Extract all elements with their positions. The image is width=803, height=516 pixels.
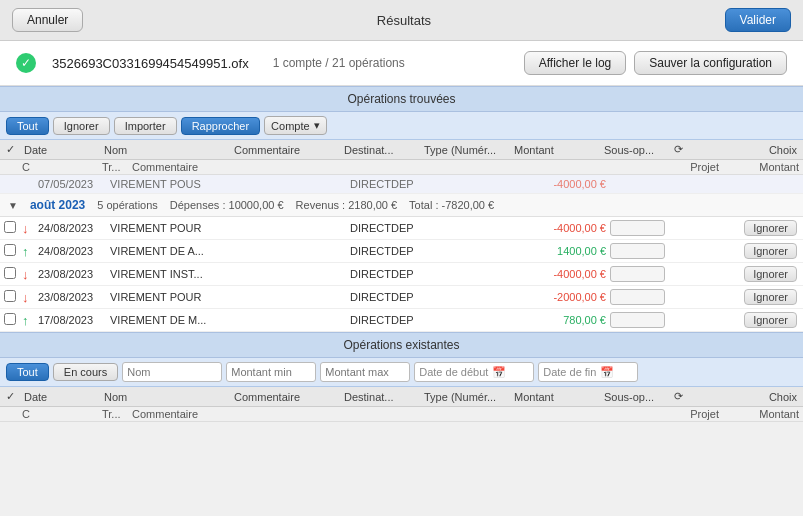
filter-compte-label: Compte	[271, 120, 310, 132]
ex-col-montant: Montant	[512, 390, 602, 404]
found-row: ↓ 23/08/2023 VIREMENT INST... DIRECTDEP …	[0, 263, 803, 286]
row-checkbox[interactable]	[4, 267, 22, 282]
existing-filter-tout-button[interactable]: Tout	[6, 363, 49, 381]
ignorer-button[interactable]: Ignorer	[744, 312, 797, 328]
row-checkbox[interactable]	[4, 244, 22, 259]
col-destinat: Destinat...	[342, 143, 422, 157]
ex-col-type: Type (Numér...	[422, 390, 512, 404]
date-debut-placeholder: Date de début	[419, 366, 488, 378]
sous-op-input[interactable]	[610, 289, 665, 305]
row-nom: VIREMENT DE A...	[108, 245, 238, 257]
found-operations-header: Opérations trouvées	[0, 86, 803, 112]
ex-sub-tr: Tr...	[102, 408, 132, 420]
ex-sub-montant: Montant	[719, 408, 799, 420]
row-checkbox[interactable]	[4, 290, 22, 305]
filter-tout-button[interactable]: Tout	[6, 117, 49, 135]
month-revenus: Revenus : 2180,00 €	[296, 199, 398, 211]
row-destinat: DIRECTDEP	[348, 291, 428, 303]
sous-op-input[interactable]	[610, 312, 665, 328]
ignorer-button[interactable]: Ignorer	[744, 289, 797, 305]
sous-op-input[interactable]	[610, 220, 665, 236]
found-row: ↓ 23/08/2023 VIREMENT POUR DIRECTDEP -20…	[0, 286, 803, 309]
row-date: 23/08/2023	[36, 268, 108, 280]
col-date: Date	[22, 143, 102, 157]
found-row: ↓ 24/08/2023 VIREMENT POUR DIRECTDEP -40…	[0, 217, 803, 240]
row-choix: Ignorer	[702, 243, 799, 259]
truncated-row: 07/05/2023 VIREMENT POUS DIRECTDEP -4000…	[0, 175, 803, 194]
ignorer-button[interactable]: Ignorer	[744, 220, 797, 236]
page-title: Résultats	[377, 13, 431, 28]
col-commentaire: Commentaire	[232, 143, 342, 157]
filter-ignorer-button[interactable]: Ignorer	[53, 117, 110, 135]
row-direction-icon: ↑	[22, 313, 36, 328]
row-sous-op	[608, 243, 678, 259]
row-destinat: DIRECTDEP	[348, 268, 428, 280]
row-choix: Ignorer	[702, 266, 799, 282]
top-bar: Annuler Résultats Valider	[0, 0, 803, 41]
row-sous-op	[608, 312, 678, 328]
cancel-button[interactable]: Annuler	[12, 8, 83, 32]
row-checkbox[interactable]	[4, 221, 22, 236]
col-sous-op: Sous-op...	[602, 143, 672, 157]
montant-min-input[interactable]	[226, 362, 316, 382]
date-fin-input[interactable]: Date de fin 📅	[538, 362, 638, 382]
ex-sub-commentaire: Commentaire	[132, 408, 629, 420]
row-direction-icon: ↓	[22, 267, 36, 282]
sub-commentaire: Commentaire	[132, 161, 629, 173]
col-type: Type (Numér...	[422, 143, 512, 157]
row-nom: VIREMENT POUR	[108, 291, 238, 303]
row-checkbox[interactable]	[4, 313, 22, 328]
found-sub-header: C Tr... Commentaire Projet Montant	[0, 160, 803, 175]
ex-sub-projet: Projet	[629, 408, 719, 420]
dropdown-arrow-icon: ▾	[314, 119, 320, 132]
filter-compte-dropdown[interactable]: Compte ▾	[264, 116, 327, 135]
show-log-button[interactable]: Afficher le log	[524, 51, 627, 75]
ex-col-project-icon: ⟳	[672, 389, 696, 404]
ex-col-commentaire: Commentaire	[232, 390, 342, 404]
nom-filter-input[interactable]	[122, 362, 222, 382]
ignorer-button[interactable]: Ignorer	[744, 266, 797, 282]
row-date: 24/08/2023	[36, 245, 108, 257]
sub-choix-montant: Montant	[719, 161, 799, 173]
row-date: 23/08/2023	[36, 291, 108, 303]
col-montant: Montant	[512, 143, 602, 157]
month-total: Total : -7820,00 €	[409, 199, 494, 211]
existing-filter-en-cours-button[interactable]: En cours	[53, 363, 118, 381]
row-date: 24/08/2023	[36, 222, 108, 234]
calendar-icon-fin: 📅	[600, 366, 614, 379]
save-config-button[interactable]: Sauver la configuration	[634, 51, 787, 75]
row-direction-icon: ↑	[22, 244, 36, 259]
row-date: 07/05/2023	[36, 178, 108, 190]
file-actions: Afficher le log Sauver la configuration	[524, 51, 787, 75]
existing-filter-bar: Tout En cours Date de début 📅 Date de fi…	[0, 358, 803, 387]
row-choix: Ignorer	[702, 289, 799, 305]
month-chevron-icon[interactable]: ▼	[8, 200, 18, 211]
sous-op-input[interactable]	[610, 243, 665, 259]
filter-rapprocher-button[interactable]: Rapprocher	[181, 117, 260, 135]
row-montant: 1400,00 €	[518, 245, 608, 257]
row-nom: VIREMENT INST...	[108, 268, 238, 280]
row-montant: -2000,00 €	[518, 291, 608, 303]
row-destinat: DIRECTDEP	[348, 245, 428, 257]
ignorer-button[interactable]: Ignorer	[744, 243, 797, 259]
existing-operations-header: Opérations existantes	[0, 332, 803, 358]
sous-op-input[interactable]	[610, 266, 665, 282]
filter-importer-button[interactable]: Importer	[114, 117, 177, 135]
month-group-header: ▼ août 2023 5 opérations Dépenses : 1000…	[0, 194, 803, 217]
ex-col-nom: Nom	[102, 390, 232, 404]
ex-col-destinat: Destinat...	[342, 390, 422, 404]
found-table-header: ✓ Date Nom Commentaire Destinat... Type …	[0, 140, 803, 160]
montant-max-input[interactable]	[320, 362, 410, 382]
ex-col-choix: Choix	[696, 390, 799, 404]
month-label: août 2023	[30, 198, 85, 212]
file-bar: ✓ 3526693C0331699454549951.ofx 1 compte …	[0, 41, 803, 86]
file-info: 1 compte / 21 opérations	[273, 56, 405, 70]
col-check: ✓	[4, 142, 22, 157]
month-count: 5 opérations	[97, 199, 158, 211]
validate-button[interactable]: Valider	[725, 8, 791, 32]
col-project-icon: ⟳	[672, 142, 696, 157]
date-debut-input[interactable]: Date de début 📅	[414, 362, 534, 382]
found-row: ↑ 24/08/2023 VIREMENT DE A... DIRECTDEP …	[0, 240, 803, 263]
row-destinat: DIRECTDEP	[348, 178, 428, 190]
existing-sub-header: C Tr... Commentaire Projet Montant	[0, 407, 803, 422]
